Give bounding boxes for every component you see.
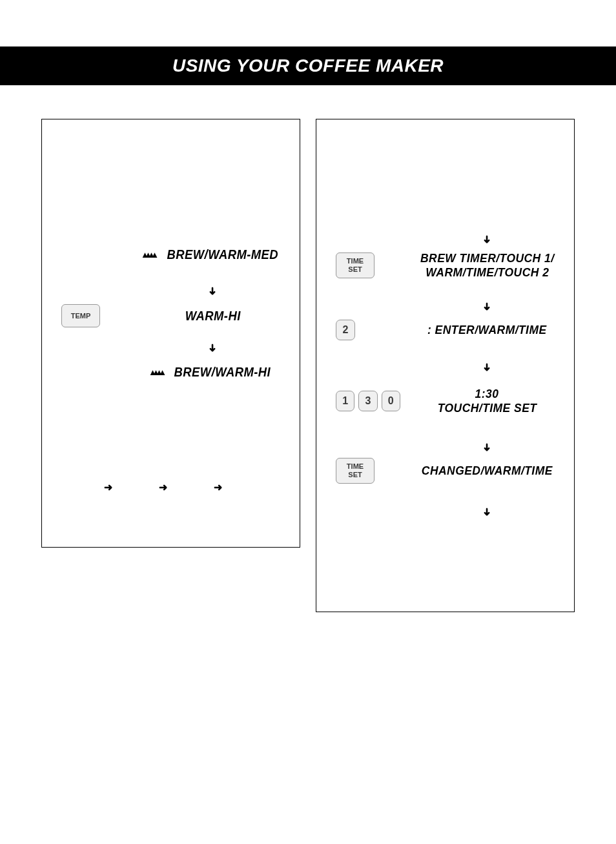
lcd-text: WARM-HI <box>185 309 240 324</box>
arrow-row: ➜ <box>42 285 300 297</box>
left-row-1: ▴▴▴▴ BREW/WARM-MED <box>42 247 300 262</box>
lcd-text: : ENTER/WARM/TIME <box>427 323 547 337</box>
arrow-down-icon: ➜ <box>207 287 219 295</box>
digit-3-button[interactable]: 3 <box>358 391 377 411</box>
arrow-down-icon: ➜ <box>481 363 493 371</box>
arrow-right-icon: ➜ <box>159 481 167 493</box>
right-row-4: TIME SET CHANGED/WARM/TIME <box>316 458 574 484</box>
temp-button[interactable]: TEMP <box>61 304 100 327</box>
right-panel: ➜ TIME SET BREW TIMER/TOUCH 1/ WARM/TIME… <box>316 119 575 612</box>
arrow-row: ➜ <box>316 233 574 245</box>
steam-icon: ▴▴▴▴ <box>150 370 166 375</box>
columns-container: ▴▴▴▴ BREW/WARM-MED ➜ TEMP WARM-HI <box>0 119 616 612</box>
btn-line: SET <box>348 265 362 274</box>
steam-icon: ▴▴▴▴ <box>143 252 158 258</box>
arrow-right-icon: ➜ <box>104 481 112 493</box>
page-header: USING YOUR COFFEE MAKER <box>0 46 616 85</box>
left-row-2: TEMP WARM-HI <box>42 304 300 327</box>
lcd-line: ▴▴▴▴ BREW/WARM-HI <box>150 365 275 380</box>
arrow-down-icon: ➜ <box>481 508 493 516</box>
arrow-down-icon: ➜ <box>207 344 219 352</box>
arrow-down-icon: ➜ <box>481 443 493 451</box>
lcd-text: TOUCH/TIME SET <box>438 401 537 415</box>
right-row-1: TIME SET BREW TIMER/TOUCH 1/ WARM/TIME/T… <box>316 251 574 280</box>
right-arrows-row: ➜ ➜ ➜ <box>104 481 222 493</box>
digit-2-button[interactable]: 2 <box>336 320 355 340</box>
arrow-row: ➜ <box>316 300 574 313</box>
btn-line: TIME <box>347 257 364 265</box>
lcd-text: BREW/WARM-HI <box>174 365 271 380</box>
arrow-down-icon: ➜ <box>481 235 493 243</box>
arrow-row: ➜ <box>316 361 574 373</box>
lcd-text: 1:30 <box>475 387 499 401</box>
arrow-down-icon: ➜ <box>481 302 493 311</box>
page-title: USING YOUR COFFEE MAKER <box>0 56 616 76</box>
btn-line: SET <box>348 471 362 479</box>
btn-line: TIME <box>347 462 364 471</box>
right-row-3: 1 3 0 1:30 TOUCH/TIME SET <box>316 387 574 415</box>
digit-0-button[interactable]: 0 <box>382 391 400 411</box>
arrow-right-icon: ➜ <box>214 481 222 493</box>
lcd-text: CHANGED/WARM/TIME <box>422 464 553 478</box>
arrow-row: ➜ <box>316 441 574 453</box>
time-set-button[interactable]: TIME SET <box>336 458 375 484</box>
digit-1-button[interactable]: 1 <box>336 391 354 411</box>
left-panel: ▴▴▴▴ BREW/WARM-MED ➜ TEMP WARM-HI <box>41 119 300 548</box>
left-row-3: ▴▴▴▴ BREW/WARM-HI <box>42 365 300 380</box>
lcd-line: ▴▴▴▴ BREW/WARM-MED <box>143 247 283 262</box>
right-row-2: 2 : ENTER/WARM/TIME <box>316 320 574 340</box>
arrow-row: ➜ <box>316 506 574 518</box>
lcd-text: WARM/TIME/TOUCH 2 <box>426 265 549 280</box>
arrow-row: ➜ <box>42 342 300 354</box>
lcd-text: BREW/WARM-MED <box>167 247 278 262</box>
lcd-text: BREW TIMER/TOUCH 1/ <box>420 251 555 265</box>
time-set-button[interactable]: TIME SET <box>336 252 375 278</box>
